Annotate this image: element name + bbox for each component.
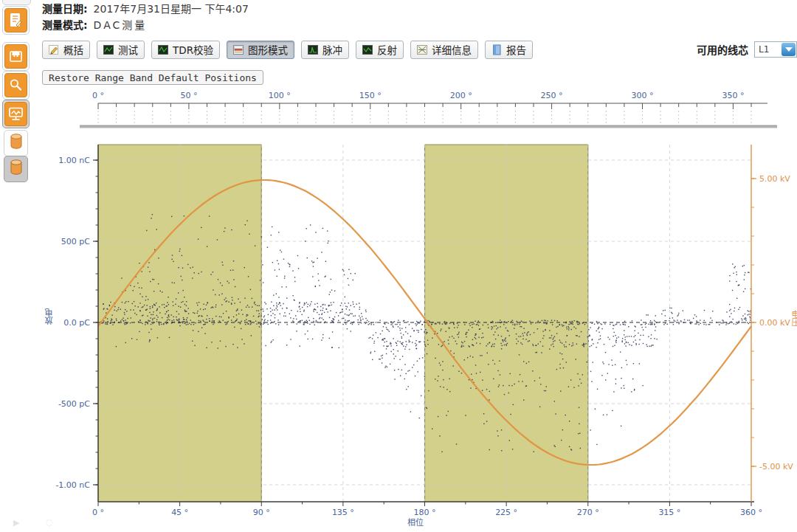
pd-dot (486, 345, 486, 346)
pd-dot (348, 269, 349, 270)
pd-dot (159, 323, 159, 324)
pd-dot (125, 303, 125, 303)
pd-dot (734, 267, 734, 268)
pd-dot (435, 323, 435, 324)
pd-dot (148, 299, 148, 300)
pd-dot (390, 324, 391, 325)
pd-dot (236, 319, 237, 319)
pd-dot (163, 323, 164, 324)
pd-dot (747, 322, 748, 323)
pd-dot (233, 279, 234, 280)
pd-dot (648, 336, 649, 337)
pd-dot (380, 334, 381, 334)
pd-dot (553, 339, 553, 339)
ruler-scrollbar[interactable] (80, 125, 777, 128)
pd-dot (559, 325, 559, 325)
pd-dot (300, 320, 300, 321)
pd-dot (400, 330, 401, 331)
pd-dot (398, 326, 398, 327)
pd-dot (424, 376, 425, 376)
pd-dot (748, 272, 749, 273)
pd-dot (742, 266, 743, 266)
pd-dot (390, 343, 390, 344)
pd-dot (111, 320, 111, 321)
pd-dot (563, 367, 564, 368)
pd-dot (259, 313, 260, 314)
pd-dot (709, 324, 710, 325)
pd-dot (387, 346, 387, 347)
pd-dot (114, 306, 115, 307)
pd-dot (497, 327, 498, 328)
pd-dot (583, 344, 584, 345)
pd-dot (148, 262, 149, 263)
pd-dot (142, 306, 143, 307)
pd-dot (330, 291, 331, 292)
pd-dot (677, 315, 678, 316)
pd-dot (730, 309, 731, 310)
pd-dot (476, 373, 477, 373)
pd-dot (435, 358, 435, 359)
pd-dot (338, 315, 339, 316)
pd-dot (329, 305, 330, 305)
pd-dot (313, 318, 314, 319)
pd-dot (103, 320, 104, 321)
pd-dot (568, 328, 569, 328)
pd-dot (396, 324, 397, 325)
pd-dot (417, 323, 418, 324)
pd-dot (172, 255, 173, 255)
pd-dot (151, 218, 151, 218)
pd-dot (733, 273, 734, 274)
pd-dot (139, 263, 139, 263)
pd-dot (178, 292, 179, 293)
pd-dot (339, 348, 339, 348)
pd-dot (579, 323, 580, 324)
pd-dot (258, 310, 259, 311)
pd-dot (554, 340, 555, 341)
pd-dot (116, 311, 117, 311)
pd-dot (566, 327, 567, 328)
pd-dot (173, 261, 173, 262)
pd-dot (116, 319, 117, 319)
pd-dot (234, 327, 235, 328)
pd-dot (120, 308, 121, 309)
pd-dot (212, 306, 213, 307)
pd-dot (578, 433, 579, 434)
pd-dot (105, 323, 106, 324)
pd-dot (588, 336, 589, 336)
pd-dot (390, 364, 390, 365)
pd-dot (346, 308, 347, 309)
pd-dot (193, 312, 193, 313)
pd-dot (263, 308, 263, 309)
pd-dot (627, 336, 627, 336)
pd-dot (273, 305, 274, 306)
pd-dot (172, 282, 173, 283)
pd-dot (360, 317, 361, 318)
pd-dot (221, 294, 222, 294)
pd-dot (266, 308, 267, 309)
pd-dot (522, 344, 522, 345)
pd-dot (211, 342, 212, 342)
pd-dot (149, 339, 150, 340)
pd-dot (365, 318, 366, 319)
pd-dot (458, 334, 459, 334)
pd-dot (673, 322, 674, 322)
tick-label: 300 ° (632, 91, 654, 100)
pd-dot (289, 266, 290, 267)
pd-dot (139, 294, 140, 294)
pd-dot (277, 319, 278, 320)
pd-dot (384, 342, 385, 342)
pd-dot (521, 320, 522, 321)
pd-dot (276, 294, 277, 294)
pd-dot (158, 258, 159, 258)
pd-dot (588, 341, 589, 342)
pd-dot (345, 314, 345, 314)
pd-dot (478, 321, 479, 322)
pd-dot (497, 328, 497, 329)
pd-dot (672, 313, 672, 314)
pd-dot (589, 346, 590, 347)
pd-dot (578, 385, 579, 386)
pd-dot (168, 304, 169, 305)
pd-dot (520, 326, 520, 327)
pd-dot (528, 341, 528, 342)
pd-dot (192, 341, 193, 342)
